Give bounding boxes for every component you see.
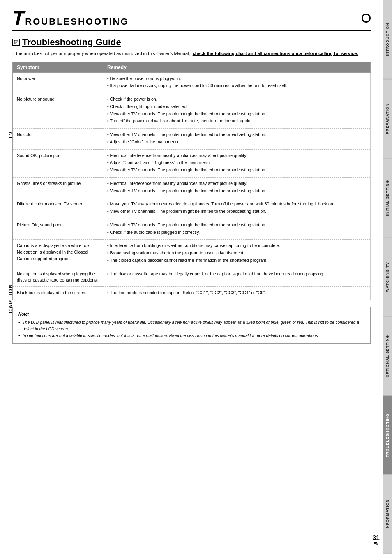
intro-bold-text: check the following chart and all connec… — [193, 51, 358, 56]
sidebar-tab-watching-tv[interactable]: WATCHING TV — [383, 238, 392, 317]
sidebar-tab-information[interactable]: INFORMATION — [383, 475, 392, 554]
table-row-remedy-6: • View other TV channels. The problem mi… — [103, 219, 371, 240]
checkbox-icon: ☑ — [12, 39, 20, 46]
page-header: T ROUBLESHOOTING — [12, 8, 371, 31]
table-row-remedy-3: • Electrical interference from nearby ap… — [103, 149, 371, 177]
page-number-block: 31 EN — [372, 534, 380, 546]
note-box: Note: The LCD panel is manufactured to p… — [12, 307, 371, 344]
table-row-symptom-9: Black box is displayed in the screen. — [13, 287, 103, 300]
sidebar-tab-introduction[interactable]: INTRODUCTION — [383, 0, 392, 79]
header-rest-text: ROUBLESHOOTING — [25, 9, 129, 27]
header-T-letter: T — [12, 8, 24, 28]
note-line: Some functions are not available in spec… — [18, 332, 364, 339]
table-row-remedy-4: • Electrical interference from nearby ap… — [103, 177, 371, 198]
table-row-symptom-8: No caption is displayed when playing the… — [13, 268, 103, 287]
table-row-symptom-7: Captions are displayed as a white box. N… — [13, 240, 103, 268]
troubleshooting-table-wrapper: Symptom Remedy No power• Be sure the pow… — [12, 62, 371, 300]
table-row-symptom-0: No power — [13, 72, 103, 93]
table-row-remedy-0: • Be sure the power cord is plugged in.•… — [103, 72, 371, 93]
intro-regular-text: If the unit does not perform properly wh… — [12, 51, 190, 56]
note-title: Note: — [18, 311, 364, 318]
table-row-symptom-4: Ghosts, lines or streaks in picture — [13, 177, 103, 198]
troubleshooting-table: Symptom Remedy No power• Be sure the pow… — [12, 62, 371, 300]
troubleshooting-guide-title: Troubleshooting Guide — [22, 37, 121, 48]
sidebar-tab-troubleshooting[interactable]: TROUBLESHOOTING — [383, 396, 392, 475]
page-label: EN — [372, 542, 380, 546]
note-lines: The LCD panel is manufactured to provide… — [18, 319, 364, 339]
table-row-remedy-7: • Interference from buildings or weather… — [103, 240, 371, 268]
sidebar-tab-optional-setting[interactable]: OPTIONAL SETTING — [383, 316, 392, 396]
table-row-remedy-9: • The text mode is selected for caption.… — [103, 287, 371, 300]
sidebar-tab-initial-setting[interactable]: INITIAL SETTING — [383, 158, 392, 238]
note-line: The LCD panel is manufactured to provide… — [18, 319, 364, 332]
table-row-remedy-1: • Check if the power is on.• Check if th… — [103, 93, 371, 129]
tv-vertical-label: TV — [7, 131, 14, 139]
table-row-remedy-8: • The disc or cassette tape may be illeg… — [103, 268, 371, 287]
main-content: T ROUBLESHOOTING ☑ Troubleshooting Guide… — [0, 0, 383, 352]
section-title: ☑ Troubleshooting Guide — [12, 37, 371, 48]
table-row-symptom-5: Different color marks on TV screen — [13, 198, 103, 219]
intro-paragraph: If the unit does not perform properly wh… — [12, 50, 371, 57]
table-row-symptom-1: No picture or sound — [13, 93, 103, 129]
table-row-remedy-2: • View other TV channels. The problem mi… — [103, 129, 371, 150]
table-header-remedy: Remedy — [103, 62, 371, 72]
table-row-symptom-6: Picture OK, sound poor — [13, 219, 103, 240]
page-number: 31 — [372, 534, 380, 542]
header-circle-decoration — [362, 14, 371, 23]
sidebar-tabs: INTRODUCTION PREPARATION INITIAL SETTING… — [383, 0, 392, 554]
table-header-symptom: Symptom — [13, 62, 103, 72]
table-row-symptom-2: No color — [13, 129, 103, 150]
sidebar-tab-preparation[interactable]: PREPARATION — [383, 79, 392, 159]
table-row-symptom-3: Sound OK, picture poor — [13, 149, 103, 177]
table-row-remedy-5: • Move your TV away from nearby electric… — [103, 198, 371, 219]
caption-vertical-label: CAPTION — [7, 284, 14, 314]
